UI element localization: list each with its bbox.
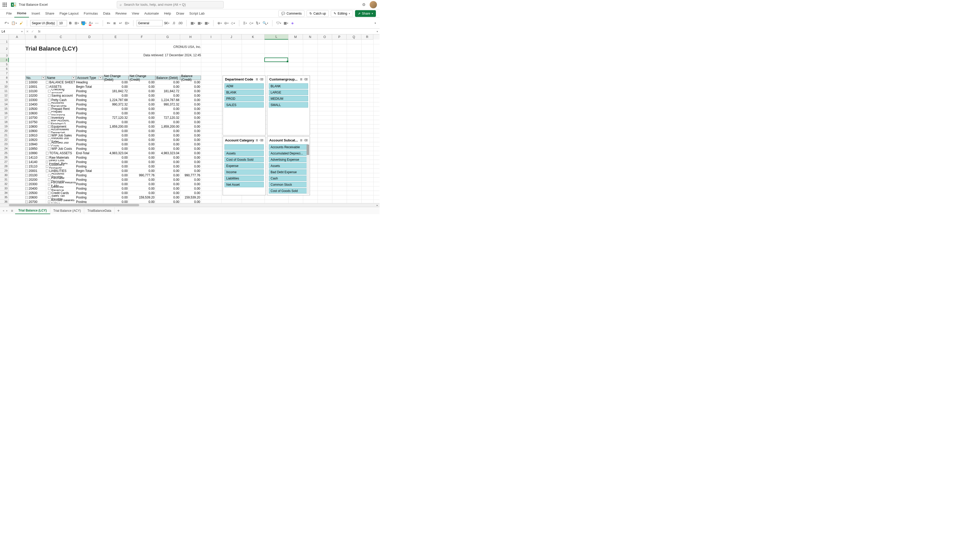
cell-no[interactable]: −10000 [25,80,46,84]
outline-toggle-icon[interactable]: − [25,183,28,185]
cell-numeric[interactable]: 0.00 [156,186,180,191]
column-header[interactable]: L [264,34,288,40]
document-title[interactable]: Trial Balance Excel [19,3,48,7]
settings-icon[interactable]: ⚙ [362,2,365,7]
cell-numeric[interactable]: 0.00 [180,191,201,195]
cell-numeric[interactable]: 0.00 [180,93,201,98]
cell-numeric[interactable]: 0.00 [103,164,129,168]
name-box-dropdown-icon[interactable]: ▾ [22,30,23,33]
row-header[interactable]: 30 [0,173,9,177]
ribbon-tab-view[interactable]: View [129,9,142,17]
cell-no[interactable]: −20700 [25,200,46,203]
slicer-item[interactable]: SALES [224,102,264,108]
cell-type[interactable]: Posting [76,191,87,195]
row-header[interactable]: 5 [0,62,9,67]
cell-type[interactable]: Posting [76,138,87,142]
slicer-clear-filter-icon[interactable]: ⌫ [260,138,263,142]
cell-numeric[interactable]: 181,842.72 [103,89,129,93]
cell-type[interactable]: Posting [76,173,87,177]
slicer-scrollbar[interactable] [306,145,309,194]
cell-name[interactable]: Accumulated Depreciati [46,129,76,133]
autosum-button[interactable]: Σ▾ [242,20,248,27]
cell-numeric[interactable]: 0.00 [103,138,129,142]
cell-numeric[interactable]: 0.00 [180,124,201,129]
cell-no[interactable]: −10900 [25,129,46,133]
cell-numeric[interactable]: 0.00 [103,142,129,147]
cell-numeric[interactable]: 0.00 [156,191,180,195]
cell-numeric[interactable]: 0.00 [103,133,129,138]
cell-numeric[interactable]: 0.00 [103,93,129,98]
column-header[interactable]: Q [347,34,361,40]
outline-toggle-icon[interactable]: − [25,130,28,132]
cell-no[interactable]: −14110 [25,155,46,160]
cell-name[interactable]: TOTAL ASSETS [46,151,76,155]
slicer-item[interactable]: Income [224,169,264,175]
row-header[interactable]: 22 [0,138,9,142]
fx-icon[interactable]: fx [38,30,40,33]
share-button[interactable]: ⇗Share▾ [355,10,376,17]
outline-toggle-icon[interactable]: − [25,94,28,97]
cell-no[interactable]: −10001 [25,84,46,89]
cell-numeric[interactable]: 0.00 [156,200,180,203]
cell-numeric[interactable]: 0.00 [129,93,156,98]
search-input[interactable] [124,3,221,7]
cell-type[interactable]: Posting [76,98,87,102]
add-sheet-button[interactable]: + [115,208,122,213]
cell-numeric[interactable]: 0.00 [180,164,201,168]
cell-numeric[interactable]: 0.00 [156,107,180,111]
cell-type[interactable]: Begin-Total [76,84,92,89]
cell-numeric[interactable]: 0.00 [129,89,156,93]
cell-type[interactable]: Posting [76,186,87,191]
user-avatar[interactable] [370,1,377,8]
slicer-item[interactable]: LARGE [269,90,308,95]
number-format-select[interactable] [137,20,163,26]
cell-name[interactable]: ASSETS [46,84,76,89]
slicer-item[interactable]: Cost of Goods Sold [224,157,264,162]
slicer-item[interactable]: Liabilities [224,175,264,181]
ribbon-tab-help[interactable]: Help [161,9,174,17]
cell-type[interactable]: Posting [76,124,87,129]
undo-button[interactable]: ↶▾ [3,20,10,27]
cancel-formula-icon[interactable]: ✕ [26,30,28,33]
cell-no[interactable]: −10600 [25,111,46,115]
cell-numeric[interactable]: 0.00 [156,160,180,164]
cell-no[interactable]: −10910 [25,133,46,138]
slicer-account-subcat-[interactable]: Account Subcat...☰⌫Accounts ReceivableAc… [267,137,310,195]
cell-numeric[interactable]: 0.00 [103,195,129,200]
row-header[interactable]: 32 [0,182,9,186]
slicer-item[interactable]: MEDIUM [269,96,308,101]
column-header[interactable]: C [46,34,76,40]
slicer-item[interactable]: Advertising Expense [269,157,308,162]
cell-numeric[interactable]: 0.00 [103,147,129,151]
cell-numeric[interactable]: 0.00 [180,142,201,147]
row-header[interactable]: 14 [0,102,9,107]
cell-numeric[interactable]: 0.00 [129,177,156,182]
cell-numeric[interactable]: 0.00 [156,164,180,168]
comments-button[interactable]: 💬Comments [278,10,304,17]
cell-numeric[interactable]: 0.00 [129,168,156,173]
cell-numeric[interactable]: 0.00 [129,120,156,124]
row-header[interactable]: 35 [0,195,9,200]
ribbon-tab-home[interactable]: Home [14,9,29,17]
cell-name[interactable]: Purchase Discounts [46,177,76,182]
cell-no[interactable]: −10500 [25,107,46,111]
cell-numeric[interactable]: 0.00 [129,80,156,84]
column-header[interactable]: J [221,34,242,40]
scrollbar-thumb[interactable] [9,204,139,206]
cell-no[interactable]: −20600 [25,195,46,200]
row-header[interactable]: 7 [0,71,9,75]
ribbon-tab-script-lab[interactable]: Script Lab [187,9,207,17]
cell-numeric[interactable]: 0.00 [103,84,129,89]
cell-numeric[interactable]: 0.00 [129,133,156,138]
cell-numeric[interactable]: 0.00 [129,124,156,129]
cell-no[interactable]: −20200 [25,177,46,182]
cell-numeric[interactable]: 0.00 [180,155,201,160]
font-name-select[interactable] [30,20,57,26]
sheet-nav-prev-icon[interactable]: ◂ [2,209,5,212]
slicer-multiselect-icon[interactable]: ☰ [299,77,303,81]
cell-numeric[interactable]: 0.00 [129,155,156,160]
clipboard-button[interactable]: 📋▾ [10,20,18,27]
cell-numeric[interactable]: 990,372.32 [156,102,180,107]
cell-type[interactable]: Posting [76,120,87,124]
cell-numeric[interactable]: 0.00 [103,129,129,133]
